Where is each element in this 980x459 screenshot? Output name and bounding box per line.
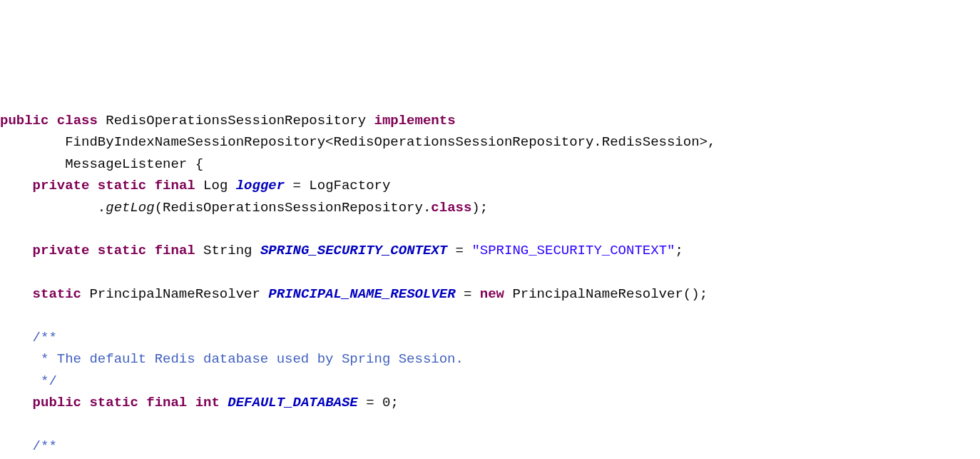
punct-lparen: ( <box>155 200 163 216</box>
keyword-public: public <box>0 113 49 128</box>
keyword-static: static <box>33 286 81 302</box>
code-line: public class RedisOperationsSessionRepos… <box>0 113 456 128</box>
code-line-blank <box>0 308 8 323</box>
keyword-int: int <box>195 395 220 410</box>
code-line-blank <box>0 265 8 281</box>
type-findby: FindByIndexNameSessionRepository <box>65 134 325 150</box>
method-getlog: getLog <box>106 200 154 216</box>
punct-eq: = <box>456 286 480 302</box>
type-class-name: RedisOperationsSessionRepository <box>106 113 366 128</box>
code-editor[interactable]: public class RedisOperationsSessionRepos… <box>0 89 980 459</box>
field-logger: logger <box>236 178 285 193</box>
code-line: MessageListener { <box>0 156 203 172</box>
keyword-final: final <box>146 395 187 410</box>
code-line: .getLog(RedisOperationsSessionRepository… <box>0 200 488 216</box>
keyword-classlit: class <box>431 200 471 216</box>
javadoc-close: */ <box>33 373 57 389</box>
keyword-implements: implements <box>374 113 456 128</box>
keyword-public: public <box>33 395 81 410</box>
punct-lt: < <box>325 134 333 150</box>
code-line: /** <box>0 330 57 345</box>
code-line-blank <box>0 416 8 432</box>
punct-eq: = <box>447 243 471 258</box>
keyword-private: private <box>33 178 90 193</box>
code-line: /** <box>0 438 57 454</box>
javadoc-open: /** <box>33 438 57 454</box>
punct-eq: = <box>285 178 309 193</box>
field-default-database: DEFAULT_DATABASE <box>228 395 357 410</box>
punct-lbrace: { <box>187 156 203 172</box>
code-line-blank <box>0 221 8 237</box>
code-line: public static final int DEFAULT_DATABASE… <box>0 395 399 410</box>
field-pnr: PRINCIPAL_NAME_RESOLVER <box>268 286 455 302</box>
keyword-new: new <box>480 286 504 302</box>
punct-dot: . <box>98 200 106 216</box>
keyword-final: final <box>155 178 195 193</box>
punct-semi: ; <box>390 395 398 410</box>
type-string: String <box>203 243 252 258</box>
type-rosr: RedisOperationsSessionRepository <box>163 200 423 216</box>
type-pnr: PrincipalNameResolver <box>89 286 260 302</box>
punct-semi: ; <box>675 243 683 258</box>
punct-lparen-rparen-semi: (); <box>683 286 708 302</box>
keyword-final: final <box>155 243 195 258</box>
literal-zero: 0 <box>382 395 390 410</box>
javadoc-body: * The default Redis database used by Spr… <box>33 351 464 367</box>
type-messagelistener: MessageListener <box>65 156 187 172</box>
punct-rparen-semi: ); <box>471 200 488 216</box>
code-line: private static final String SPRING_SECUR… <box>0 243 683 258</box>
code-line: FindByIndexNameSessionRepository<RedisOp… <box>0 134 715 150</box>
code-line: * The default Redis database used by Spr… <box>0 351 464 367</box>
string-ssc: "SPRING_SECURITY_CONTEXT" <box>471 243 675 258</box>
punct-gt-comma: >, <box>700 134 716 150</box>
type-log: Log <box>203 178 228 193</box>
punct-eq: = <box>358 395 382 410</box>
code-line: */ <box>0 373 57 389</box>
field-ssc: SPRING_SECURITY_CONTEXT <box>260 243 447 258</box>
code-line: private static final Log logger = LogFac… <box>0 178 390 193</box>
keyword-static: static <box>98 243 146 258</box>
keyword-class: class <box>57 113 98 128</box>
type-redissession: RedisOperationsSessionRepository.RedisSe… <box>333 134 699 150</box>
punct-dot2: . <box>423 200 431 216</box>
keyword-static: static <box>89 395 138 410</box>
code-line: static PrincipalNameResolver PRINCIPAL_N… <box>0 286 708 302</box>
type-logfactory: LogFactory <box>309 178 390 193</box>
javadoc-open: /** <box>33 330 57 345</box>
type-pnr2: PrincipalNameResolver <box>512 286 683 302</box>
keyword-static: static <box>98 178 146 193</box>
keyword-private: private <box>33 243 90 258</box>
